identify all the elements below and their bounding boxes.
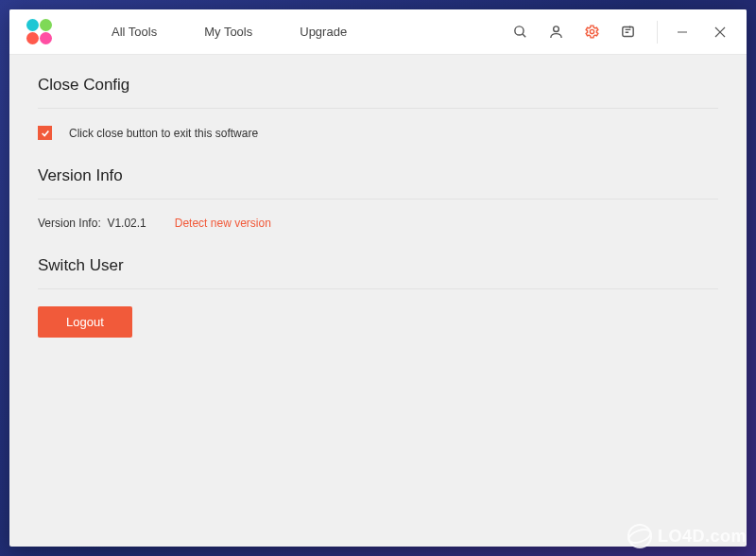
watermark-text: LO4D.com bbox=[658, 527, 747, 547]
watermark: LO4D.com bbox=[627, 524, 747, 548]
window-controls bbox=[663, 9, 739, 55]
app-window: All Tools My Tools Upgrade bbox=[9, 9, 747, 547]
nav-tabs: All Tools My Tools Upgrade bbox=[91, 9, 368, 55]
minimize-button[interactable] bbox=[663, 9, 701, 55]
settings-icon[interactable] bbox=[576, 16, 608, 48]
svg-point-3 bbox=[590, 29, 593, 33]
close-config-row: Click close button to exit this software bbox=[38, 126, 718, 140]
version-value: V1.02.1 bbox=[107, 217, 146, 230]
tab-all-tools[interactable]: All Tools bbox=[91, 9, 178, 55]
titlebar: All Tools My Tools Upgrade bbox=[9, 9, 747, 55]
divider bbox=[38, 199, 718, 200]
tab-upgrade[interactable]: Upgrade bbox=[279, 9, 368, 55]
exit-on-close-label: Click close button to exit this software bbox=[69, 127, 258, 140]
search-icon[interactable] bbox=[504, 16, 536, 48]
exit-on-close-checkbox[interactable] bbox=[38, 126, 52, 140]
version-info-title: Version Info bbox=[38, 166, 718, 185]
logout-button[interactable]: Logout bbox=[38, 306, 132, 338]
divider bbox=[38, 288, 718, 289]
toolbar-icons bbox=[504, 16, 644, 48]
svg-line-1 bbox=[522, 34, 524, 37]
tab-my-tools[interactable]: My Tools bbox=[183, 9, 273, 55]
detect-new-version-link[interactable]: Detect new version bbox=[175, 217, 271, 230]
switch-user-title: Switch User bbox=[38, 256, 718, 275]
app-logo-icon bbox=[26, 19, 53, 45]
close-window-button[interactable] bbox=[701, 9, 739, 55]
settings-content: Close Config Click close button to exit … bbox=[9, 55, 747, 547]
version-label: Version Info: V1.02.1 bbox=[38, 217, 146, 230]
globe-icon bbox=[627, 524, 652, 548]
version-info-row: Version Info: V1.02.1 Detect new version bbox=[38, 217, 718, 230]
svg-point-2 bbox=[553, 26, 558, 32]
toolbar-divider bbox=[657, 21, 658, 43]
user-icon[interactable] bbox=[540, 16, 572, 48]
feedback-icon[interactable] bbox=[611, 16, 644, 48]
close-config-title: Close Config bbox=[38, 76, 718, 95]
svg-point-0 bbox=[514, 26, 523, 35]
divider bbox=[38, 108, 718, 109]
